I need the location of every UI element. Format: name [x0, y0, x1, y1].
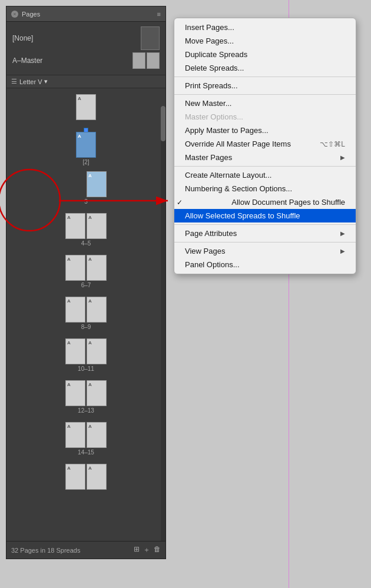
footer-delete-icon[interactable]: 🗑	[154, 545, 161, 555]
page-thumb-4[interactable]: A	[65, 213, 85, 239]
page-letter-7: A	[88, 257, 92, 262]
menu-item-numbering-section[interactable]: Numbering & Section Options...	[174, 182, 356, 195]
menu-item-print-spreads[interactable]: Print Spreads...	[174, 79, 356, 92]
menu-label-insert-pages: Insert Pages...	[185, 23, 234, 32]
spread-pages-8-9: A A	[65, 297, 107, 323]
page-thumb-6[interactable]: A	[65, 255, 85, 281]
spread-page-1: A	[6, 94, 165, 120]
menu-separator-5	[174, 242, 356, 242]
spread-6-7: A A 6–7	[6, 255, 165, 288]
master-thumb-right	[147, 52, 160, 69]
spread-label-8-9: 8–9	[81, 324, 91, 330]
layout-dropdown[interactable]: Letter V ▾	[19, 78, 48, 85]
override-master-shortcut: ⌥⇧⌘L	[320, 140, 345, 148]
menu-item-insert-pages[interactable]: Insert Pages...	[174, 21, 356, 34]
menu-item-master-options: Master Options...	[174, 110, 356, 124]
panel-footer: 32 Pages in 18 Spreads ⊞ ＋ 🗑	[6, 541, 165, 559]
menu-item-override-master[interactable]: Override All Master Page Items ⌥⇧⌘L	[174, 137, 356, 151]
page-thumb-13[interactable]: A	[87, 380, 107, 406]
page-thumb-1[interactable]: A	[76, 94, 96, 120]
spread-label-10-11: 10–11	[78, 366, 94, 372]
menu-item-move-pages[interactable]: Move Pages...	[174, 34, 356, 48]
spread-label-3: 3	[84, 198, 88, 205]
page-letter-10: A	[67, 340, 71, 346]
toolbar-layout-icon: ☰	[11, 78, 17, 85]
panel-close-button[interactable]: ×	[11, 11, 18, 18]
none-master-row: [None]	[6, 25, 165, 51]
spread-pages-12-13: A A	[65, 380, 107, 406]
page-thumb-spacer	[65, 171, 85, 197]
none-master-label: [None]	[12, 34, 135, 42]
spread-4-5: A A 4–5	[6, 213, 165, 247]
spread-label-14-15: 14–15	[78, 449, 94, 456]
page-thumb-more-l[interactable]: A	[65, 464, 85, 490]
spread-label-4-5: 4–5	[81, 240, 91, 247]
page-thumb-7[interactable]: A	[87, 255, 107, 281]
menu-item-create-alternate[interactable]: Create Alternate Layout...	[174, 168, 356, 182]
page-letter-more-r: A	[88, 466, 92, 471]
page-thumb-14[interactable]: A	[65, 422, 85, 448]
view-pages-arrow: ▶	[340, 248, 345, 254]
page-letter-8: A	[67, 298, 71, 304]
spread-pages-14-15: A A	[65, 422, 107, 448]
page-thumb-more-r[interactable]: A	[87, 464, 107, 490]
page-thumb-15[interactable]: A	[87, 422, 107, 448]
menu-label-delete-spreads: Delete Spreads...	[185, 64, 244, 72]
page-letter-more-l: A	[67, 466, 71, 471]
spread-pages-more: A A	[65, 464, 107, 490]
page-letter-11: A	[88, 340, 92, 346]
a-master-label: A–Master	[12, 57, 127, 65]
page-letter-5: A	[88, 215, 92, 220]
panel-titlebar: × Pages ≡	[6, 6, 165, 22]
menu-item-panel-options[interactable]: Panel Options...	[174, 258, 356, 271]
page-thumb-11[interactable]: A	[87, 338, 107, 364]
spread-12-13: A A 12–13	[6, 380, 165, 414]
page-thumb-12[interactable]: A	[65, 380, 85, 406]
none-master-thumb	[141, 26, 160, 50]
page-letter-6: A	[67, 257, 71, 262]
spread-10-11: A A 10–11	[6, 338, 165, 372]
menu-label-allow-spread-shuffle: Allow Selected Spreads to Shuffle	[185, 211, 300, 220]
page-thumb-3[interactable]: A	[87, 171, 107, 197]
menu-item-allow-spread-shuffle[interactable]: Allow Selected Spreads to Shuffle	[174, 209, 356, 222]
menu-item-allow-doc-shuffle[interactable]: Allow Document Pages to Shuffle	[174, 195, 356, 209]
menu-separator-2	[174, 94, 356, 95]
menu-label-move-pages: Move Pages...	[185, 36, 234, 45]
menu-separator-3	[174, 166, 356, 167]
menu-label-master-options: Master Options...	[185, 112, 243, 121]
titlebar-left: × Pages	[11, 11, 40, 18]
page-thumb-10[interactable]: A	[65, 338, 85, 364]
menu-separator-1	[174, 77, 356, 77]
spread-14-15: A A 14–15	[6, 422, 165, 456]
menu-label-view-pages: View Pages	[185, 247, 225, 255]
scroll-thumb[interactable]	[161, 106, 165, 141]
footer-page-count: 32 Pages in 18 Spreads	[11, 547, 80, 554]
menu-separator-4	[174, 224, 356, 225]
footer-add-icon[interactable]: ＋	[143, 545, 150, 555]
menu-item-delete-spreads[interactable]: Delete Spreads...	[174, 61, 356, 75]
spread-label-12-13: 12–13	[78, 407, 94, 414]
spread-pages-6-7: A A	[65, 255, 107, 281]
menu-item-new-master[interactable]: New Master...	[174, 97, 356, 110]
a-master-thumb	[132, 52, 160, 69]
spread-pages-4-5: A A	[65, 213, 107, 239]
spread-label-2: [2]	[82, 159, 89, 165]
scroll-track	[161, 106, 165, 541]
menu-item-page-attributes[interactable]: Page Attributes ▶	[174, 227, 356, 240]
menu-item-duplicate-spreads[interactable]: Duplicate Spreads	[174, 48, 356, 61]
menu-item-master-pages[interactable]: Master Pages ▶	[174, 151, 356, 164]
page-thumb-2[interactable]: A	[76, 132, 96, 158]
pages-section: A A [2] A 3	[6, 88, 165, 541]
pages-toolbar: ☰ Letter V ▾	[6, 75, 165, 88]
page-thumb-5[interactable]: A	[87, 213, 107, 239]
panel-collapse-icon[interactable]: ≡	[157, 11, 161, 18]
page-thumb-8[interactable]: A	[65, 297, 85, 323]
menu-label-create-alternate: Create Alternate Layout...	[185, 171, 271, 180]
page-thumb-9[interactable]: A	[87, 297, 107, 323]
menu-item-apply-master[interactable]: Apply Master to Pages...	[174, 124, 356, 137]
footer-move-icon[interactable]: ⊞	[134, 545, 140, 555]
pages-scroll-area[interactable]: A A [2] A 3	[6, 88, 165, 521]
menu-item-view-pages[interactable]: View Pages ▶	[174, 244, 356, 258]
master-pages-arrow: ▶	[340, 154, 345, 161]
page-letter-1: A	[78, 96, 81, 101]
